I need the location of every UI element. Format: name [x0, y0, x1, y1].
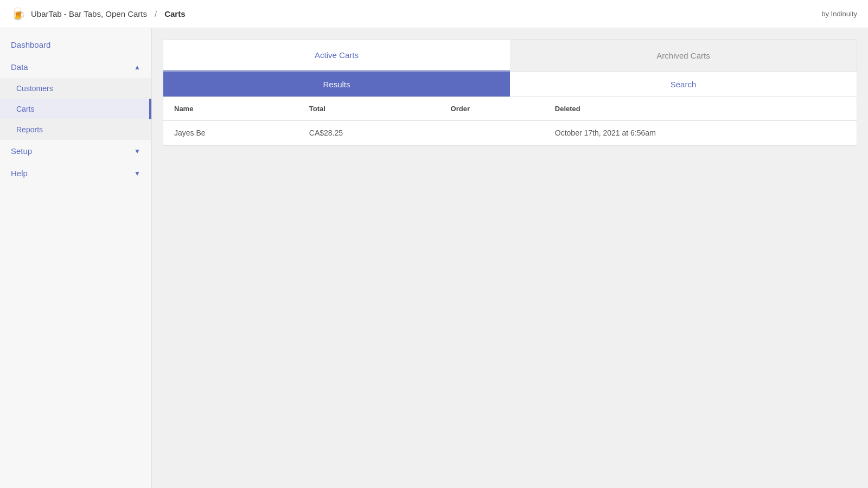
by-label: by Indinuity: [821, 10, 857, 18]
sidebar-item-reports-label: Reports: [16, 125, 43, 134]
sidebar-item-data-label: Data: [11, 62, 28, 72]
tab-archived-carts[interactable]: Archived Carts: [510, 40, 857, 72]
app-title: UbarTab - Bar Tabs, Open Carts: [31, 9, 147, 18]
chevron-up-icon: ▲: [134, 63, 141, 71]
breadcrumb: 🍺 UbarTab - Bar Tabs, Open Carts / Carts: [11, 7, 186, 21]
sidebar-item-setup-label: Setup: [11, 146, 32, 156]
sidebar-item-data[interactable]: Data ▲: [0, 56, 151, 78]
app-icon: 🍺: [11, 7, 25, 21]
sidebar-item-customers-label: Customers: [16, 84, 53, 93]
carts-table: Name Total Order Deleted Jayes Be CA$28.…: [163, 97, 857, 145]
breadcrumb-separator: /: [155, 9, 157, 18]
sidebar-item-customers[interactable]: Customers: [0, 78, 151, 99]
cell-total: CA$28.25: [298, 121, 440, 145]
sidebar-item-carts-label: Carts: [16, 105, 34, 113]
sidebar-item-setup[interactable]: Setup ▼: [0, 140, 151, 162]
col-total: Total: [298, 97, 440, 121]
tabs-row: Active Carts Archived Carts: [163, 40, 857, 72]
chevron-down-icon: ▼: [134, 147, 141, 155]
search-button[interactable]: Search: [510, 72, 857, 97]
carts-panel: Active Carts Archived Carts Results Sear…: [163, 39, 857, 146]
table-row[interactable]: Jayes Be CA$28.25 October 17th, 2021 at …: [163, 121, 857, 145]
results-button[interactable]: Results: [163, 72, 510, 97]
cell-order: [440, 121, 544, 145]
sidebar-item-help[interactable]: Help ▼: [0, 162, 151, 184]
chevron-down-icon-help: ▼: [134, 170, 141, 177]
content-area: Active Carts Archived Carts Results Sear…: [152, 28, 868, 488]
sidebar: Dashboard Data ▲ Customers Carts Reports…: [0, 28, 152, 488]
breadcrumb-current: Carts: [164, 9, 185, 18]
sidebar-item-dashboard-label: Dashboard: [11, 40, 50, 49]
cell-name: Jayes Be: [163, 121, 298, 145]
top-header: 🍺 UbarTab - Bar Tabs, Open Carts / Carts…: [0, 0, 868, 28]
col-deleted: Deleted: [544, 97, 857, 121]
col-name: Name: [163, 97, 298, 121]
main-layout: Dashboard Data ▲ Customers Carts Reports…: [0, 28, 868, 488]
table-header-row: Name Total Order Deleted: [163, 97, 857, 121]
cell-deleted: October 17th, 2021 at 6:56am: [544, 121, 857, 145]
action-row: Results Search: [163, 72, 857, 97]
sidebar-item-dashboard[interactable]: Dashboard: [0, 34, 151, 56]
sidebar-item-help-label: Help: [11, 169, 28, 178]
tab-active-carts[interactable]: Active Carts: [163, 40, 510, 72]
sidebar-item-reports[interactable]: Reports: [0, 119, 151, 140]
sidebar-item-carts[interactable]: Carts: [0, 99, 151, 119]
col-order: Order: [440, 97, 544, 121]
